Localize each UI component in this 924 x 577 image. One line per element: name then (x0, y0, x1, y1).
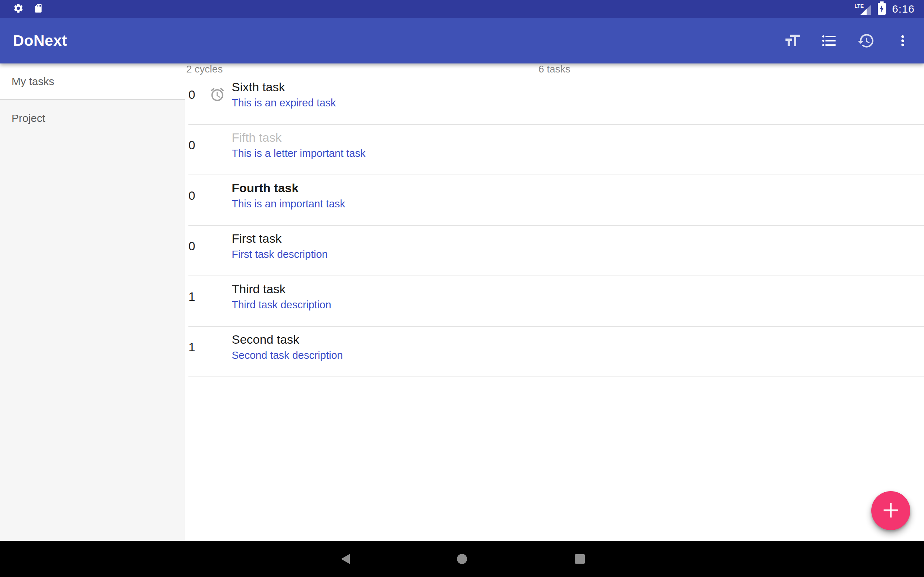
tasks-count-label: 6 tasks (185, 63, 924, 75)
task-title: Fifth task (232, 129, 366, 146)
task-cycle-count: 0 (188, 79, 203, 110)
alarm-icon (203, 280, 232, 312)
app-bar-actions (783, 18, 912, 63)
task-text: Fourth task This is an important task (232, 180, 345, 211)
task-cycle-count: 0 (188, 180, 203, 211)
alarm-icon (203, 180, 232, 211)
task-cycle-count: 1 (188, 280, 203, 312)
sidebar-item-my-tasks[interactable]: My tasks (0, 63, 185, 100)
task-text: Sixth task This is an expired task (232, 79, 336, 110)
battery-charging-icon (877, 2, 887, 16)
app-bar: DoNext (0, 18, 924, 63)
navigation-bar (0, 541, 924, 577)
task-row[interactable]: 1 Second task Second task description (188, 327, 924, 377)
app-title: DoNext (13, 32, 67, 49)
task-list: 0 Sixth task This is an expired task 0 F… (185, 74, 924, 377)
sidebar-item-label: Project (11, 112, 45, 124)
status-time: 6:16 (892, 3, 914, 15)
plus-icon (881, 501, 900, 521)
task-cycle-count: 1 (188, 331, 203, 363)
overflow-menu-icon[interactable] (894, 32, 912, 50)
settings-gear-icon (13, 3, 24, 15)
task-text: Second task Second task description (232, 331, 343, 363)
task-title: First task (232, 230, 328, 247)
task-description: This is an expired task (232, 95, 336, 110)
task-panel: 2 cycles 6 tasks 0 Sixth task This is an… (185, 63, 924, 541)
task-text: Third task Third task description (232, 280, 331, 312)
task-title: Sixth task (232, 79, 336, 95)
list-view-icon[interactable] (820, 32, 838, 50)
back-icon[interactable] (331, 541, 360, 577)
status-bar: LTE 6:16 (0, 0, 924, 18)
home-icon[interactable] (447, 541, 477, 577)
sidebar: My tasks Project (0, 63, 185, 541)
sidebar-item-label: My tasks (11, 76, 54, 88)
task-row[interactable]: 0 Fifth task This is a letter important … (188, 125, 924, 175)
task-description: Third task description (232, 297, 331, 312)
task-row[interactable]: 1 Third task Third task description (188, 276, 924, 327)
lte-signal-icon: LTE (857, 3, 871, 16)
alarm-icon (203, 79, 232, 110)
alarm-icon (203, 230, 232, 262)
task-title: Second task (232, 331, 343, 348)
sidebar-item-project[interactable]: Project (0, 100, 185, 136)
task-text: First task First task description (232, 230, 328, 262)
sd-card-icon (33, 3, 43, 15)
task-text: Fifth task This is a letter important ta… (232, 129, 366, 161)
task-cycle-count: 0 (188, 230, 203, 262)
task-description: Second task description (232, 348, 343, 363)
add-task-fab[interactable] (871, 491, 910, 530)
task-description: This is a letter important task (232, 146, 366, 161)
list-header: 2 cycles 6 tasks (185, 63, 924, 74)
recents-icon[interactable] (565, 541, 594, 577)
task-title: Third task (232, 280, 331, 297)
task-description: First task description (232, 247, 328, 262)
alarm-icon (203, 129, 232, 161)
task-row[interactable]: 0 Fourth task This is an important task (188, 175, 924, 226)
task-row[interactable]: 0 First task First task description (188, 226, 924, 276)
history-icon[interactable] (857, 32, 875, 50)
task-cycle-count: 0 (188, 129, 203, 161)
task-row[interactable]: 0 Sixth task This is an expired task (188, 74, 924, 125)
format-size-icon[interactable] (783, 32, 801, 50)
alarm-icon (203, 331, 232, 363)
task-title: Fourth task (232, 180, 345, 196)
task-description: This is an important task (232, 196, 345, 211)
